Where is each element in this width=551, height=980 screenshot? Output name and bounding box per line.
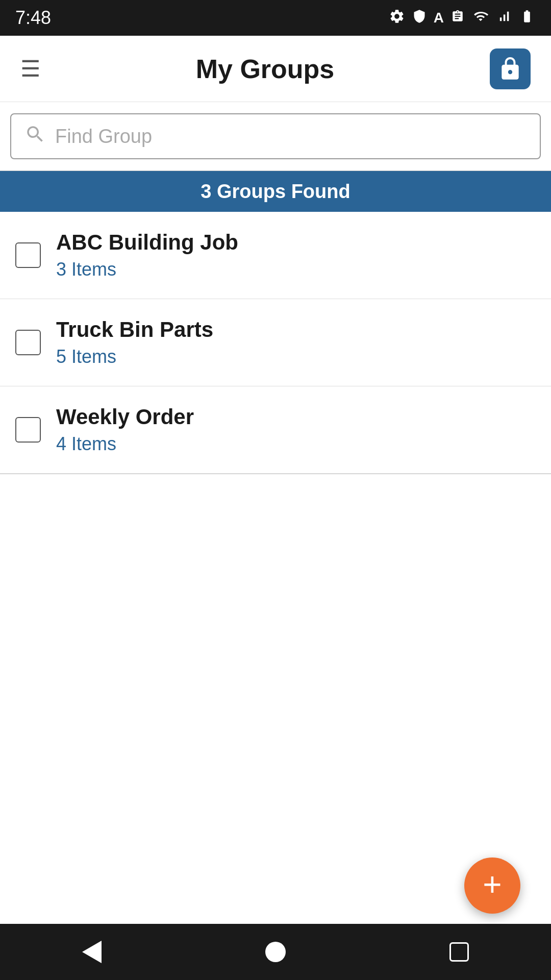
group-list: ABC Building Job 3 Items Truck Bin Parts…: [0, 212, 551, 474]
font-icon: A: [434, 10, 444, 26]
bottom-nav: [0, 924, 551, 980]
add-group-button[interactable]: +: [464, 857, 520, 914]
nav-back-button[interactable]: [82, 941, 102, 963]
search-box: [10, 113, 541, 159]
search-icon: [24, 124, 46, 150]
hamburger-menu-button[interactable]: ☰: [20, 58, 40, 80]
group-count-abc: 3 Items: [56, 259, 238, 280]
nav-recents-button[interactable]: [449, 942, 469, 962]
group-name-abc: ABC Building Job: [56, 230, 238, 255]
back-icon: [82, 941, 102, 963]
lock-icon: [497, 56, 523, 82]
list-item[interactable]: Truck Bin Parts 5 Items: [0, 299, 551, 386]
group-count-weekly: 4 Items: [56, 433, 194, 455]
results-banner: 3 Groups Found: [0, 171, 551, 212]
status-icons: A: [389, 8, 536, 28]
list-item[interactable]: ABC Building Job 3 Items: [0, 212, 551, 299]
battery-icon: [518, 9, 536, 27]
status-bar: 7:48 A: [0, 0, 551, 36]
list-bottom-divider: [0, 474, 551, 474]
search-input[interactable]: [55, 126, 527, 148]
clipboard-icon: [451, 8, 464, 28]
group-name-weekly: Weekly Order: [56, 405, 194, 429]
group-count-truck: 5 Items: [56, 346, 213, 368]
status-time: 7:48: [15, 7, 51, 29]
results-count-text: 3 Groups Found: [201, 181, 350, 203]
group-checkbox-weekly[interactable]: [15, 417, 41, 443]
signal-icon: [497, 8, 511, 28]
search-container: [0, 102, 551, 171]
app-bar: ☰ My Groups: [0, 36, 551, 102]
group-checkbox-truck[interactable]: [15, 330, 41, 355]
recents-icon: [449, 942, 469, 962]
gear-icon: [389, 8, 405, 28]
group-checkbox-abc[interactable]: [15, 242, 41, 268]
nav-home-button[interactable]: [265, 942, 286, 962]
page-title: My Groups: [196, 54, 335, 84]
group-name-truck: Truck Bin Parts: [56, 317, 213, 342]
shield-icon: [412, 8, 427, 28]
list-item[interactable]: Weekly Order 4 Items: [0, 386, 551, 474]
add-icon: +: [483, 868, 502, 901]
home-icon: [265, 942, 286, 962]
lock-button[interactable]: [490, 48, 531, 89]
wifi-icon: [471, 9, 490, 27]
